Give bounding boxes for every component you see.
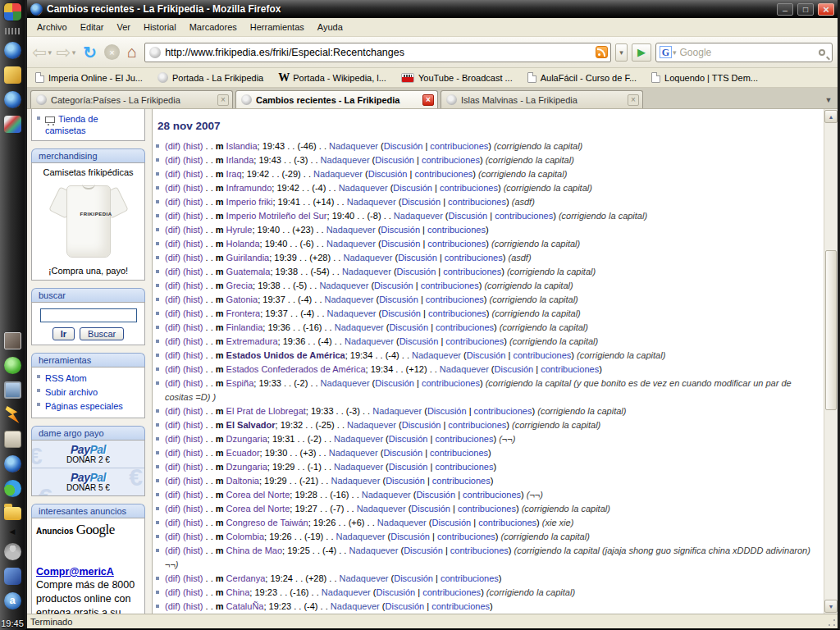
tool-link[interactable]: Subir archivo <box>45 387 98 397</box>
ad-title-link[interactable]: Compr@mericA <box>36 566 140 578</box>
diff-link[interactable]: (dif) <box>165 336 180 346</box>
user-link[interactable]: Nadaquever <box>362 490 411 500</box>
menu-item[interactable]: Ayuda <box>311 20 349 34</box>
talk-link[interactable]: Discusión <box>402 420 441 430</box>
diff-link[interactable]: (dif) <box>165 462 180 472</box>
user-link[interactable]: Nadaquever <box>347 197 396 207</box>
tab-close-icon[interactable]: × <box>628 94 639 106</box>
page-link[interactable]: Espiña <box>226 378 254 388</box>
talk-link[interactable]: Discusión <box>393 183 432 193</box>
history-link[interactable]: (hist) <box>183 532 203 541</box>
talk-link[interactable]: Discusión <box>384 141 423 151</box>
computer-icon[interactable] <box>4 381 21 399</box>
talk-link[interactable]: Discusión <box>390 532 430 541</box>
browser-tab[interactable]: Categoría:Países - La Frikipedia × <box>30 90 233 108</box>
diff-link[interactable]: (dif) <box>165 322 180 332</box>
diff-link[interactable]: (dif) <box>165 448 180 458</box>
wiki-search-input[interactable] <box>40 308 137 322</box>
talk-link[interactable]: Discusión <box>404 546 443 555</box>
menu-item[interactable]: Historial <box>137 20 183 34</box>
history-link[interactable]: (hist) <box>183 448 203 458</box>
contribs-link[interactable]: contribuciones <box>445 253 503 262</box>
user-link[interactable]: Nadaquever <box>321 155 370 165</box>
history-link[interactable]: (hist) <box>183 420 203 430</box>
diff-link[interactable]: (dif) <box>165 587 180 597</box>
page-link[interactable]: Iraq <box>226 169 242 179</box>
diff-link[interactable]: (dif) <box>165 434 180 444</box>
menu-item[interactable]: Herramientas <box>244 20 311 34</box>
contribs-link[interactable]: contribuciones <box>458 504 516 514</box>
history-link[interactable]: (hist) <box>183 281 203 290</box>
talk-link[interactable]: Discusión <box>427 406 467 416</box>
contribs-link[interactable]: contribuciones <box>448 197 506 207</box>
contribs-link[interactable]: contribuciones <box>421 281 479 290</box>
tab-close-icon[interactable]: × <box>217 94 229 106</box>
diff-link[interactable]: (dif) <box>165 141 180 151</box>
user-link[interactable]: Nadaquever <box>329 448 378 458</box>
talk-link[interactable]: Discusión <box>386 476 425 486</box>
diff-link[interactable]: (dif) <box>165 239 180 249</box>
diff-link[interactable]: (dif) <box>165 601 180 611</box>
diff-link[interactable]: (dif) <box>165 155 180 165</box>
paypal-donate-button[interactable]: PayPal DONAR 5 € <box>32 468 144 495</box>
contribs-link[interactable]: contribuciones <box>422 378 480 388</box>
user-link[interactable]: Nadaquever <box>349 546 398 555</box>
diff-link[interactable]: (dif) <box>165 532 180 541</box>
user-link[interactable]: Nadaquever <box>335 322 384 332</box>
talk-link[interactable]: Discusión <box>399 336 439 346</box>
history-link[interactable]: (hist) <box>183 183 203 193</box>
user-link[interactable]: Nadaquever <box>340 573 389 583</box>
history-link[interactable]: (hist) <box>183 518 203 527</box>
menu-item[interactable]: Archivo <box>30 20 74 34</box>
user-link[interactable]: Nadaquever <box>372 406 422 416</box>
history-link[interactable]: (hist) <box>183 406 203 416</box>
page-link[interactable]: Corea del Norte <box>226 504 290 514</box>
diff-link[interactable]: (dif) <box>165 253 180 262</box>
talk-link[interactable]: Discusión <box>375 155 414 165</box>
user-link[interactable]: Nadaquever <box>336 532 386 541</box>
user-link[interactable]: Nadaquever <box>327 308 377 318</box>
paint-app-icon[interactable] <box>4 116 21 133</box>
page-link[interactable]: Estados Confederados de América <box>226 364 366 374</box>
rss-feed-icon[interactable] <box>596 46 608 58</box>
diff-link[interactable]: (dif) <box>165 281 180 290</box>
contribs-link[interactable]: contribuciones <box>426 294 484 304</box>
go-article-button[interactable]: Ir <box>52 327 75 340</box>
talk-link[interactable]: Discusión <box>401 197 441 207</box>
tshirt-image[interactable]: FRIKIPEDIA <box>52 181 125 263</box>
talk-link[interactable]: Discusión <box>375 378 414 388</box>
collapse-arrow-icon[interactable] <box>8 527 16 536</box>
contribs-link[interactable]: contribuciones <box>435 462 493 472</box>
user-link[interactable]: Nadaquever <box>334 462 383 472</box>
stop-icon[interactable]: × <box>104 44 120 60</box>
talk-link[interactable]: Discusión <box>389 462 428 472</box>
contribs-link[interactable]: contribuciones <box>541 364 599 374</box>
page-link[interactable]: Imperio friki <box>226 197 273 207</box>
page-link[interactable]: Inframundo <box>226 183 272 193</box>
user-link[interactable]: Nadaquever <box>334 434 383 444</box>
talk-link[interactable]: Discusión <box>374 281 413 290</box>
close-button[interactable] <box>818 3 834 16</box>
talk-link[interactable]: Discusión <box>389 434 428 444</box>
talk-link[interactable]: Discusión <box>397 267 436 276</box>
menu-item[interactable]: Ver <box>110 20 137 34</box>
forward-dropdown-icon[interactable]: ▾ <box>72 48 76 57</box>
history-link[interactable]: (hist) <box>183 601 203 611</box>
page-link[interactable]: Guirilandia <box>226 253 270 262</box>
minimize-button[interactable] <box>777 3 793 16</box>
talk-link[interactable]: Discusión <box>389 322 428 332</box>
diff-link[interactable]: (dif) <box>165 573 180 583</box>
history-link[interactable]: (hist) <box>183 322 203 332</box>
user-link[interactable]: Nadaquever <box>325 294 374 304</box>
contribs-link[interactable]: contribuciones <box>441 573 499 583</box>
page-link[interactable]: Guatemala <box>226 267 271 276</box>
history-link[interactable]: (hist) <box>183 225 203 235</box>
dock-label-dots[interactable] <box>5 28 20 34</box>
engine-dropdown-icon[interactable]: ▾ <box>673 48 677 57</box>
paypal-donate-button[interactable]: PayPal DONAR 2 € <box>32 441 144 468</box>
page-link[interactable]: Imperio Motrileño del Sur <box>226 211 327 221</box>
bookmark-item[interactable]: YouTube - Broadcast ... <box>401 73 513 83</box>
bookmark-item[interactable]: Portada - Wikipedia, l... <box>278 72 386 83</box>
contribs-link[interactable]: contribuciones <box>440 183 498 193</box>
tool-link[interactable]: RSS <box>45 373 64 383</box>
